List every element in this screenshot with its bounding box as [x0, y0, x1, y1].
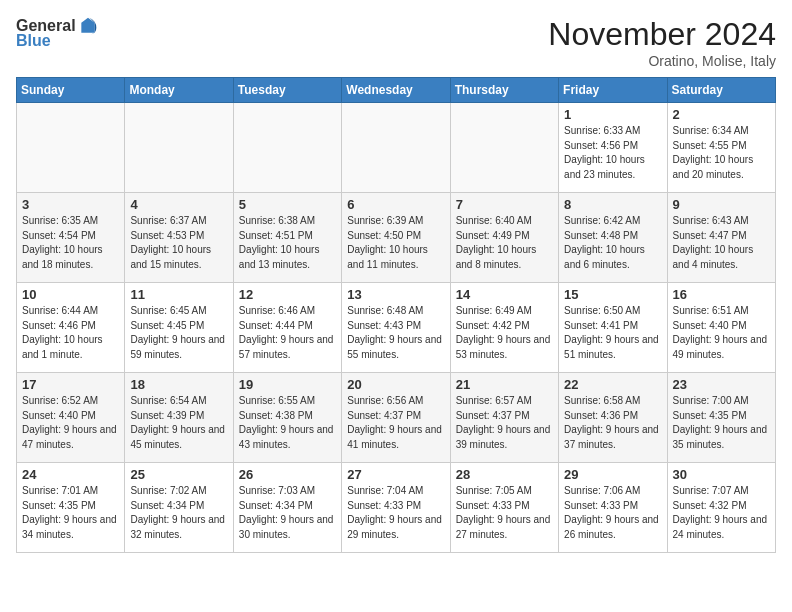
- calendar-week-row: 24Sunrise: 7:01 AM Sunset: 4:35 PM Dayli…: [17, 463, 776, 553]
- day-number: 9: [673, 197, 770, 212]
- calendar-cell: 22Sunrise: 6:58 AM Sunset: 4:36 PM Dayli…: [559, 373, 667, 463]
- day-info: Sunrise: 7:04 AM Sunset: 4:33 PM Dayligh…: [347, 484, 444, 542]
- calendar-cell: 24Sunrise: 7:01 AM Sunset: 4:35 PM Dayli…: [17, 463, 125, 553]
- calendar-cell: 9Sunrise: 6:43 AM Sunset: 4:47 PM Daylig…: [667, 193, 775, 283]
- calendar-cell: 3Sunrise: 6:35 AM Sunset: 4:54 PM Daylig…: [17, 193, 125, 283]
- calendar-cell: 28Sunrise: 7:05 AM Sunset: 4:33 PM Dayli…: [450, 463, 558, 553]
- day-number: 8: [564, 197, 661, 212]
- day-number: 10: [22, 287, 119, 302]
- day-info: Sunrise: 7:07 AM Sunset: 4:32 PM Dayligh…: [673, 484, 770, 542]
- day-number: 12: [239, 287, 336, 302]
- calendar-week-row: 17Sunrise: 6:52 AM Sunset: 4:40 PM Dayli…: [17, 373, 776, 463]
- calendar-cell: [450, 103, 558, 193]
- day-number: 27: [347, 467, 444, 482]
- calendar-cell: 25Sunrise: 7:02 AM Sunset: 4:34 PM Dayli…: [125, 463, 233, 553]
- day-number: 14: [456, 287, 553, 302]
- day-info: Sunrise: 6:52 AM Sunset: 4:40 PM Dayligh…: [22, 394, 119, 452]
- month-title: November 2024: [548, 16, 776, 53]
- day-info: Sunrise: 7:06 AM Sunset: 4:33 PM Dayligh…: [564, 484, 661, 542]
- calendar-cell: 12Sunrise: 6:46 AM Sunset: 4:44 PM Dayli…: [233, 283, 341, 373]
- day-number: 6: [347, 197, 444, 212]
- day-number: 1: [564, 107, 661, 122]
- weekday-header-monday: Monday: [125, 78, 233, 103]
- day-info: Sunrise: 6:51 AM Sunset: 4:40 PM Dayligh…: [673, 304, 770, 362]
- weekday-header-saturday: Saturday: [667, 78, 775, 103]
- day-number: 11: [130, 287, 227, 302]
- calendar-cell: 8Sunrise: 6:42 AM Sunset: 4:48 PM Daylig…: [559, 193, 667, 283]
- calendar-week-row: 1Sunrise: 6:33 AM Sunset: 4:56 PM Daylig…: [17, 103, 776, 193]
- day-number: 3: [22, 197, 119, 212]
- day-info: Sunrise: 6:35 AM Sunset: 4:54 PM Dayligh…: [22, 214, 119, 272]
- day-info: Sunrise: 7:05 AM Sunset: 4:33 PM Dayligh…: [456, 484, 553, 542]
- day-number: 29: [564, 467, 661, 482]
- calendar-cell: 18Sunrise: 6:54 AM Sunset: 4:39 PM Dayli…: [125, 373, 233, 463]
- calendar-cell: 29Sunrise: 7:06 AM Sunset: 4:33 PM Dayli…: [559, 463, 667, 553]
- weekday-header-sunday: Sunday: [17, 78, 125, 103]
- day-number: 4: [130, 197, 227, 212]
- day-info: Sunrise: 6:44 AM Sunset: 4:46 PM Dayligh…: [22, 304, 119, 362]
- day-info: Sunrise: 6:45 AM Sunset: 4:45 PM Dayligh…: [130, 304, 227, 362]
- day-info: Sunrise: 6:58 AM Sunset: 4:36 PM Dayligh…: [564, 394, 661, 452]
- calendar-cell: [233, 103, 341, 193]
- day-info: Sunrise: 7:00 AM Sunset: 4:35 PM Dayligh…: [673, 394, 770, 452]
- day-number: 30: [673, 467, 770, 482]
- calendar-cell: 14Sunrise: 6:49 AM Sunset: 4:42 PM Dayli…: [450, 283, 558, 373]
- calendar-cell: [125, 103, 233, 193]
- calendar-week-row: 3Sunrise: 6:35 AM Sunset: 4:54 PM Daylig…: [17, 193, 776, 283]
- day-info: Sunrise: 6:39 AM Sunset: 4:50 PM Dayligh…: [347, 214, 444, 272]
- day-number: 13: [347, 287, 444, 302]
- day-info: Sunrise: 6:42 AM Sunset: 4:48 PM Dayligh…: [564, 214, 661, 272]
- day-info: Sunrise: 6:54 AM Sunset: 4:39 PM Dayligh…: [130, 394, 227, 452]
- weekday-header-friday: Friday: [559, 78, 667, 103]
- calendar-cell: 6Sunrise: 6:39 AM Sunset: 4:50 PM Daylig…: [342, 193, 450, 283]
- day-number: 28: [456, 467, 553, 482]
- day-info: Sunrise: 6:56 AM Sunset: 4:37 PM Dayligh…: [347, 394, 444, 452]
- day-number: 7: [456, 197, 553, 212]
- calendar-cell: 27Sunrise: 7:04 AM Sunset: 4:33 PM Dayli…: [342, 463, 450, 553]
- day-number: 17: [22, 377, 119, 392]
- title-block: November 2024 Oratino, Molise, Italy: [548, 16, 776, 69]
- day-number: 2: [673, 107, 770, 122]
- calendar-week-row: 10Sunrise: 6:44 AM Sunset: 4:46 PM Dayli…: [17, 283, 776, 373]
- logo-icon: [78, 16, 98, 36]
- calendar-cell: 30Sunrise: 7:07 AM Sunset: 4:32 PM Dayli…: [667, 463, 775, 553]
- weekday-header-row: SundayMondayTuesdayWednesdayThursdayFrid…: [17, 78, 776, 103]
- day-info: Sunrise: 6:34 AM Sunset: 4:55 PM Dayligh…: [673, 124, 770, 182]
- day-info: Sunrise: 6:50 AM Sunset: 4:41 PM Dayligh…: [564, 304, 661, 362]
- calendar-cell: 4Sunrise: 6:37 AM Sunset: 4:53 PM Daylig…: [125, 193, 233, 283]
- calendar-cell: 21Sunrise: 6:57 AM Sunset: 4:37 PM Dayli…: [450, 373, 558, 463]
- calendar-cell: 17Sunrise: 6:52 AM Sunset: 4:40 PM Dayli…: [17, 373, 125, 463]
- weekday-header-wednesday: Wednesday: [342, 78, 450, 103]
- day-info: Sunrise: 6:43 AM Sunset: 4:47 PM Dayligh…: [673, 214, 770, 272]
- day-number: 26: [239, 467, 336, 482]
- calendar-cell: 19Sunrise: 6:55 AM Sunset: 4:38 PM Dayli…: [233, 373, 341, 463]
- day-info: Sunrise: 7:03 AM Sunset: 4:34 PM Dayligh…: [239, 484, 336, 542]
- day-number: 5: [239, 197, 336, 212]
- calendar-cell: 1Sunrise: 6:33 AM Sunset: 4:56 PM Daylig…: [559, 103, 667, 193]
- calendar-cell: 23Sunrise: 7:00 AM Sunset: 4:35 PM Dayli…: [667, 373, 775, 463]
- day-number: 25: [130, 467, 227, 482]
- day-info: Sunrise: 7:01 AM Sunset: 4:35 PM Dayligh…: [22, 484, 119, 542]
- calendar-cell: 15Sunrise: 6:50 AM Sunset: 4:41 PM Dayli…: [559, 283, 667, 373]
- day-number: 23: [673, 377, 770, 392]
- day-info: Sunrise: 6:55 AM Sunset: 4:38 PM Dayligh…: [239, 394, 336, 452]
- calendar-cell: 20Sunrise: 6:56 AM Sunset: 4:37 PM Dayli…: [342, 373, 450, 463]
- day-info: Sunrise: 6:46 AM Sunset: 4:44 PM Dayligh…: [239, 304, 336, 362]
- day-number: 18: [130, 377, 227, 392]
- day-info: Sunrise: 6:49 AM Sunset: 4:42 PM Dayligh…: [456, 304, 553, 362]
- day-number: 21: [456, 377, 553, 392]
- calendar-cell: 11Sunrise: 6:45 AM Sunset: 4:45 PM Dayli…: [125, 283, 233, 373]
- weekday-header-tuesday: Tuesday: [233, 78, 341, 103]
- day-info: Sunrise: 6:40 AM Sunset: 4:49 PM Dayligh…: [456, 214, 553, 272]
- calendar-cell: 13Sunrise: 6:48 AM Sunset: 4:43 PM Dayli…: [342, 283, 450, 373]
- calendar-cell: 26Sunrise: 7:03 AM Sunset: 4:34 PM Dayli…: [233, 463, 341, 553]
- calendar-cell: 5Sunrise: 6:38 AM Sunset: 4:51 PM Daylig…: [233, 193, 341, 283]
- logo-blue-text: Blue: [16, 32, 51, 50]
- day-info: Sunrise: 6:33 AM Sunset: 4:56 PM Dayligh…: [564, 124, 661, 182]
- day-number: 15: [564, 287, 661, 302]
- calendar-cell: 7Sunrise: 6:40 AM Sunset: 4:49 PM Daylig…: [450, 193, 558, 283]
- calendar-cell: [17, 103, 125, 193]
- calendar-cell: 2Sunrise: 6:34 AM Sunset: 4:55 PM Daylig…: [667, 103, 775, 193]
- logo: General Blue: [16, 16, 98, 50]
- day-info: Sunrise: 6:57 AM Sunset: 4:37 PM Dayligh…: [456, 394, 553, 452]
